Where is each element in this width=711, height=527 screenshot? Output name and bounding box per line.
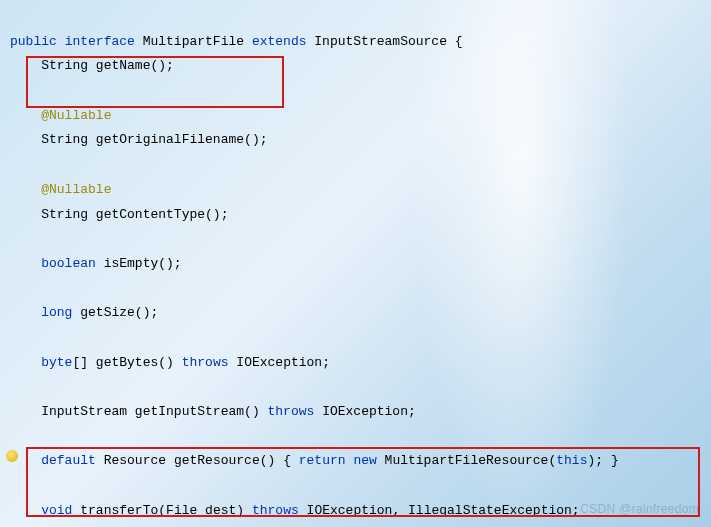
watermark: CSDN @rainfreedom <box>580 498 699 521</box>
line-1: public interface MultipartFile extends I… <box>10 34 650 527</box>
code-block: public interface MultipartFile extends I… <box>0 0 711 527</box>
lightbulb-icon <box>6 450 18 462</box>
